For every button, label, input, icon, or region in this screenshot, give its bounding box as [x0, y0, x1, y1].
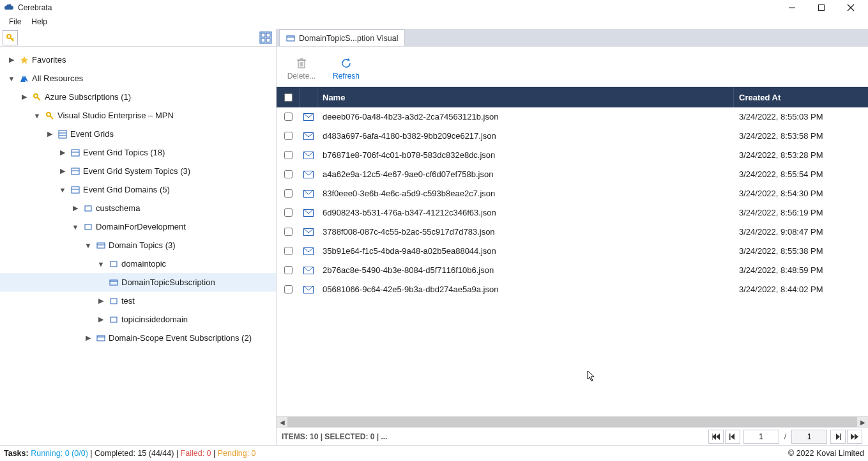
- tree-visual-studio-enterprise[interactable]: ▼ Visual Studio Enterprise – MPN: [0, 106, 276, 125]
- envelope-icon: [300, 247, 317, 255]
- svg-rect-24: [72, 150, 79, 156]
- svg-rect-9: [266, 33, 270, 37]
- row-checkbox[interactable]: [284, 170, 293, 178]
- first-page-button[interactable]: [708, 430, 724, 444]
- envelope-icon: [300, 267, 317, 274]
- svg-rect-39: [97, 336, 105, 341]
- menu-help[interactable]: Help: [26, 16, 52, 27]
- tree-test[interactable]: ▶ test: [0, 292, 276, 310]
- svg-rect-59: [712, 434, 713, 440]
- row-checkbox[interactable]: [284, 113, 293, 121]
- collapse-icon[interactable]: ▼: [70, 223, 80, 231]
- svg-line-6: [12, 38, 13, 40]
- collapse-icon[interactable]: ▼: [57, 186, 68, 194]
- expand-icon[interactable]: ▶: [83, 334, 93, 342]
- column-name[interactable]: Name: [317, 87, 734, 107]
- tree-domain-scope-subs[interactable]: ▶ Domain-Scope Event Subscriptions (2): [0, 329, 276, 347]
- horizontal-scrollbar[interactable]: ◀ ▶: [277, 416, 868, 427]
- column-created[interactable]: Created At: [734, 87, 868, 107]
- scroll-right-icon[interactable]: ▶: [857, 417, 868, 427]
- svg-rect-38: [110, 317, 117, 322]
- key-icon: [32, 92, 42, 102]
- expand-icon[interactable]: ▶: [6, 56, 17, 64]
- tree-domaintopic[interactable]: ▼ domaintopic: [0, 254, 276, 273]
- collapse-icon[interactable]: ▼: [83, 242, 93, 249]
- row-name: 2b76ac8e-5490-4b3e-8084-d5f7116f10b6.jso…: [317, 265, 734, 275]
- expand-icon[interactable]: ▶: [45, 130, 55, 138]
- tab-domaintopicsubscription[interactable]: DomainTopicS...ption Visual: [279, 29, 405, 46]
- expand-icon[interactable]: ▶: [57, 167, 68, 175]
- table-row[interactable]: d483a697-6afa-4180-b382-9bb209ce6217.jso…: [277, 127, 868, 146]
- tree-domainfordevelopment[interactable]: ▼ DomainForDevelopment: [0, 217, 276, 236]
- tree-azure-subscriptions[interactable]: ▶ Azure Subscriptions (1): [0, 88, 276, 106]
- minimize-button[interactable]: [777, 0, 807, 15]
- status-pending[interactable]: Pending: 0: [218, 449, 256, 458]
- statusbar: Tasks: Running: 0 (0/0) | Completed: 15 …: [0, 445, 868, 460]
- expand-icon[interactable]: ▶: [96, 315, 106, 324]
- last-page-button[interactable]: [847, 430, 862, 444]
- svg-rect-7: [260, 32, 271, 43]
- svg-rect-8: [261, 33, 265, 37]
- sidebar-tree[interactable]: ▶ Favorites ▼ All Resources ▶ Azure Subs…: [0, 47, 277, 445]
- refresh-icon: [340, 56, 352, 70]
- tree-domain-topics[interactable]: ▼ Domain Topics (3): [0, 236, 276, 254]
- table-row[interactable]: deeeb076-0a48-4b23-a3d2-2ca74563121b.jso…: [277, 107, 868, 127]
- status-completed[interactable]: Completed: 15 (44/44): [95, 449, 176, 458]
- collapse-icon[interactable]: ▼: [32, 112, 42, 120]
- expand-icon[interactable]: ▶: [57, 148, 68, 157]
- table-row[interactable]: 2b76ac8e-5490-4b3e-8084-d5f7116f10b6.jso…: [277, 261, 868, 280]
- delete-button[interactable]: Delete...: [284, 56, 319, 81]
- select-all-checkbox[interactable]: [277, 87, 300, 107]
- app-title: Cerebrata: [18, 3, 777, 12]
- tree-favorites[interactable]: ▶ Favorites: [0, 51, 276, 69]
- tree-domaintopicsubscription[interactable]: DomainTopicSubscription: [0, 273, 276, 292]
- tree-topicinsidedomain[interactable]: ▶ topicinsidedomain: [0, 310, 276, 329]
- tree-event-grid-topics[interactable]: ▶ Event Grid Topics (18): [0, 143, 276, 162]
- row-checkbox[interactable]: [284, 132, 293, 140]
- collapse-icon[interactable]: ▼: [6, 75, 17, 82]
- svg-rect-1: [819, 4, 825, 10]
- row-checkbox[interactable]: [284, 189, 293, 198]
- envelope-icon: [300, 209, 317, 217]
- expand-icon[interactable]: ▶: [70, 204, 80, 212]
- status-failed[interactable]: Failed: 0: [181, 449, 213, 458]
- page-input[interactable]: [743, 430, 779, 444]
- refresh-button[interactable]: Refresh: [329, 56, 363, 81]
- tree-event-grids[interactable]: ▶ Event Grids: [0, 125, 276, 143]
- grid-body[interactable]: deeeb076-0a48-4b23-a3d2-2ca74563121b.jso…: [277, 107, 868, 416]
- svg-rect-35: [110, 280, 118, 285]
- table-row[interactable]: 6d908243-b531-476a-b347-41212c346f63.jso…: [277, 203, 868, 223]
- scroll-left-icon[interactable]: ◀: [277, 417, 287, 427]
- layout-button[interactable]: [258, 30, 273, 45]
- row-checkbox[interactable]: [284, 151, 293, 159]
- maximize-button[interactable]: [807, 0, 836, 15]
- svg-marker-47: [347, 58, 350, 61]
- tree-custschema[interactable]: ▶ custschema: [0, 199, 276, 217]
- prev-page-button[interactable]: [725, 430, 740, 444]
- table-row[interactable]: 83f0eee0-3e6b-4e6c-a5d9-c593b8eae2c7.jso…: [277, 184, 868, 203]
- close-button[interactable]: [836, 0, 865, 15]
- status-running[interactable]: Running: 0 (0/0): [31, 449, 90, 458]
- row-checkbox[interactable]: [284, 285, 293, 293]
- expand-icon[interactable]: ▶: [96, 297, 106, 305]
- tree-event-grid-domains[interactable]: ▼ Event Grid Domains (5): [0, 180, 276, 199]
- key-button[interactable]: [3, 30, 18, 45]
- row-checkbox[interactable]: [284, 208, 293, 217]
- row-checkbox[interactable]: [284, 266, 293, 274]
- table-row[interactable]: 3788f008-087c-4c55-b2ac-55c917d7d783.jso…: [277, 223, 868, 242]
- table-row[interactable]: b76871e8-706f-4c01-b078-583dc832e8dc.jso…: [277, 146, 868, 165]
- row-checkbox[interactable]: [284, 228, 293, 236]
- table-row[interactable]: 05681066-9c64-42e5-9b3a-dbd274ae5a9a.jso…: [277, 280, 868, 299]
- row-name: 83f0eee0-3e6b-4e6c-a5d9-c593b8eae2c7.jso…: [317, 189, 734, 198]
- expand-icon[interactable]: ▶: [19, 93, 29, 101]
- top-strip: DomainTopicS...ption Visual: [0, 29, 868, 47]
- table-row[interactable]: 35b91e64-f1c5-4bda-9a48-a02b5ea88044.jso…: [277, 242, 868, 261]
- table-row[interactable]: a4a62e9a-12c5-4e67-9ae0-cf6d07ef758b.jso…: [277, 165, 868, 184]
- menu-file[interactable]: File: [4, 16, 26, 27]
- next-page-button[interactable]: [830, 430, 846, 444]
- collapse-icon[interactable]: ▼: [96, 260, 106, 268]
- row-checkbox[interactable]: [284, 247, 293, 255]
- tree-all-resources[interactable]: ▼ All Resources: [0, 69, 276, 88]
- tree-event-grid-system-topics[interactable]: ▶ Event Grid System Topics (3): [0, 162, 276, 180]
- svg-rect-10: [261, 38, 265, 42]
